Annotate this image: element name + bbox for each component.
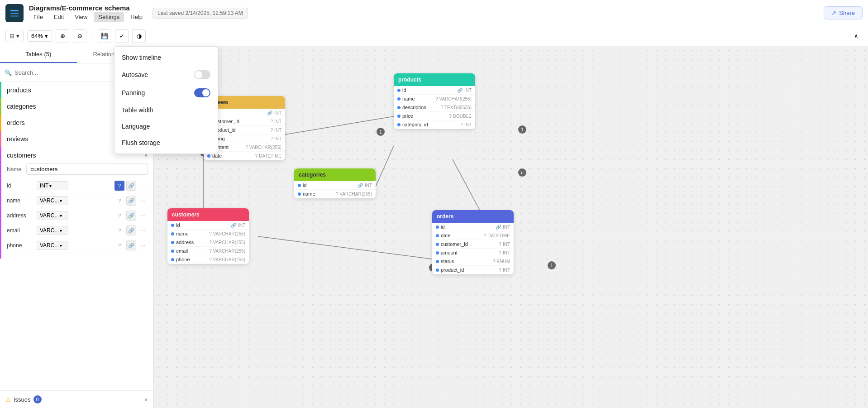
- settings-panning[interactable]: Panning: [114, 84, 218, 102]
- db-table-orders-header: orders: [432, 210, 514, 223]
- field-type-chevron-icon: ▾: [60, 243, 62, 248]
- field-row-email: email VARC... ▾ ? 🔗 ···: [7, 223, 148, 238]
- db-table-categories[interactable]: categories id 🔗 INT name ? VARCHAR(255): [294, 168, 376, 198]
- tab-tables[interactable]: Tables (5): [0, 46, 77, 63]
- db-field-orders-status: status ? ENUM: [432, 257, 514, 266]
- settings-autosave[interactable]: Autosave: [114, 66, 218, 84]
- field-type-phone[interactable]: VARC... ▾: [37, 241, 68, 250]
- settings-table-width[interactable]: Table width: [114, 102, 218, 118]
- field-type-address[interactable]: VARC... ▾: [37, 211, 68, 220]
- toolbar-separator: [92, 31, 92, 42]
- last-saved-label: Last saved 2/14/2025, 12:59:13 AM: [153, 8, 248, 19]
- issues-badge: 0: [33, 395, 42, 403]
- field-more-button-name[interactable]: ···: [138, 196, 148, 206]
- field-row-address: address VARC... ▾ ? 🔗 ···: [7, 208, 148, 223]
- field-type-email[interactable]: VARC... ▾: [37, 226, 68, 235]
- field-actions-phone: ? 🔗 ···: [114, 240, 148, 250]
- field-more-button-id[interactable]: ···: [138, 181, 148, 191]
- field-type-name[interactable]: VARC... ▾: [37, 196, 68, 205]
- zoom-in-button[interactable]: ⊕: [56, 29, 69, 43]
- field-more-button-email[interactable]: ···: [138, 226, 148, 235]
- settings-dropdown: Show timeline Autosave Panning Table wid…: [114, 46, 218, 154]
- zoom-value: 64%: [31, 33, 43, 39]
- db-field-customers-name: name ? VARCHAR(255): [167, 230, 249, 238]
- nav-edit[interactable]: Edit: [49, 12, 68, 22]
- field-link-button-name[interactable]: 🔗: [126, 196, 136, 206]
- customers-name-label: Name:: [7, 166, 23, 173]
- panning-label: Panning: [122, 89, 145, 96]
- field-row-name: name VARC... ▾ ? 🔗 ···: [7, 193, 148, 208]
- db-field-customers-phone: phone ? VARCHAR(255): [167, 255, 249, 264]
- db-field-orders-id: id 🔗 INT: [432, 223, 514, 231]
- zoom-display[interactable]: 64% ▾: [27, 30, 52, 42]
- field-more-button-address[interactable]: ···: [138, 211, 148, 221]
- db-table-products-header: products: [394, 73, 475, 86]
- db-field-orders-date: date ? DATETIME: [432, 231, 514, 240]
- save-icon: 💾: [101, 33, 108, 39]
- check-icon: ✓: [119, 33, 124, 39]
- field-help-button-id[interactable]: ?: [114, 181, 124, 191]
- db-field-categories-id: id 🔗 INT: [294, 181, 376, 190]
- contrast-icon: ◑: [137, 33, 142, 39]
- field-name-name: name: [7, 197, 34, 204]
- settings-language[interactable]: Language: [114, 118, 218, 134]
- svg-line-8: [453, 159, 480, 210]
- nav-file[interactable]: File: [29, 12, 48, 22]
- db-table-customers[interactable]: customers id 🔗 INT name ? VARCHAR(255) a…: [167, 208, 249, 264]
- customers-expanded: Name: id INT ▾ ? 🔗 ···: [1, 163, 153, 259]
- settings-show-timeline[interactable]: Show timeline: [114, 49, 218, 66]
- issues-label: Issues: [14, 396, 31, 403]
- nav-help[interactable]: Help: [126, 12, 147, 22]
- db-field-products-category_id: category_id ? INT: [394, 120, 475, 129]
- top-bar: Diagrams/E-commerce schema File Edit Vie…: [0, 0, 868, 26]
- search-input[interactable]: [14, 69, 129, 76]
- nav-settings[interactable]: Settings: [94, 12, 124, 22]
- field-link-button-phone[interactable]: 🔗: [126, 240, 136, 250]
- field-link-button-id[interactable]: 🔗: [126, 181, 136, 191]
- db-table-categories-header: categories: [294, 168, 376, 181]
- db-table-orders[interactable]: orders id 🔗 INT date ? DATETIME customer…: [432, 210, 514, 274]
- field-help-button-email[interactable]: ?: [114, 226, 124, 235]
- field-more-button-phone[interactable]: ···: [138, 240, 148, 250]
- table-item-customers: customers ∧ Name: id INT ▾: [0, 147, 153, 259]
- field-name-address: address: [7, 212, 34, 219]
- field-help-button-phone[interactable]: ?: [114, 240, 124, 250]
- customers-name-input[interactable]: [26, 163, 148, 175]
- check-button[interactable]: ✓: [115, 29, 129, 43]
- field-name-email: email: [7, 227, 34, 234]
- panning-toggle[interactable]: [194, 88, 210, 97]
- issues-chevron-icon: ∨: [144, 396, 148, 403]
- badge-orders-1: 1: [548, 261, 556, 269]
- nav-view[interactable]: View: [70, 12, 92, 22]
- db-table-products-body: id 🔗 INT name ? VARCHAR(255) description…: [394, 86, 475, 129]
- field-link-button-email[interactable]: 🔗: [126, 226, 136, 235]
- field-name-phone: phone: [7, 242, 34, 249]
- collapse-icon: ∧: [854, 33, 858, 39]
- field-help-button-name[interactable]: ?: [114, 196, 124, 206]
- contrast-button[interactable]: ◑: [132, 29, 146, 43]
- layout-icon: ⊟: [10, 33, 14, 39]
- share-button[interactable]: ↗ Share: [824, 6, 863, 19]
- db-field-customers-id: id 🔗 INT: [167, 221, 249, 230]
- settings-flush-storage[interactable]: Flush storage: [114, 134, 218, 151]
- field-type-id[interactable]: INT ▾: [37, 181, 68, 190]
- db-table-orders-body: id 🔗 INT date ? DATETIME customer_id ? I…: [432, 223, 514, 274]
- db-field-products-name: name ? VARCHAR(255): [394, 95, 475, 103]
- db-field-products-price: price ? DOUBLE: [394, 112, 475, 120]
- layout-button[interactable]: ⊟ ▾: [5, 30, 24, 42]
- canvas[interactable]: n 1 1 n 1 n 1 1 reviews id 🔗 INT custome…: [154, 46, 868, 408]
- toolbar: ⊟ ▾ 64% ▾ ⊕ ⊖ 💾 ✓ ◑ ∧: [0, 26, 868, 46]
- db-field-customers-address: address ? VARCHAR(255): [167, 238, 249, 247]
- db-table-products[interactable]: products id 🔗 INT name ? VARCHAR(255) de…: [394, 73, 475, 129]
- issues-bar[interactable]: ⚠ Issues 0 ∨: [0, 390, 153, 408]
- db-table-customers-body: id 🔗 INT name ? VARCHAR(255) address ? V…: [167, 221, 249, 264]
- collapse-button[interactable]: ∧: [850, 30, 863, 43]
- field-link-button-address[interactable]: 🔗: [126, 211, 136, 221]
- db-field-categories-name: name ? VARCHAR(255): [294, 190, 376, 198]
- db-field-orders-product_id: product_id ? INT: [432, 266, 514, 274]
- autosave-toggle[interactable]: [194, 70, 210, 79]
- save-button[interactable]: 💾: [98, 29, 111, 43]
- show-timeline-label: Show timeline: [122, 54, 161, 61]
- field-help-button-address[interactable]: ?: [114, 211, 124, 221]
- zoom-out-button[interactable]: ⊖: [73, 29, 86, 43]
